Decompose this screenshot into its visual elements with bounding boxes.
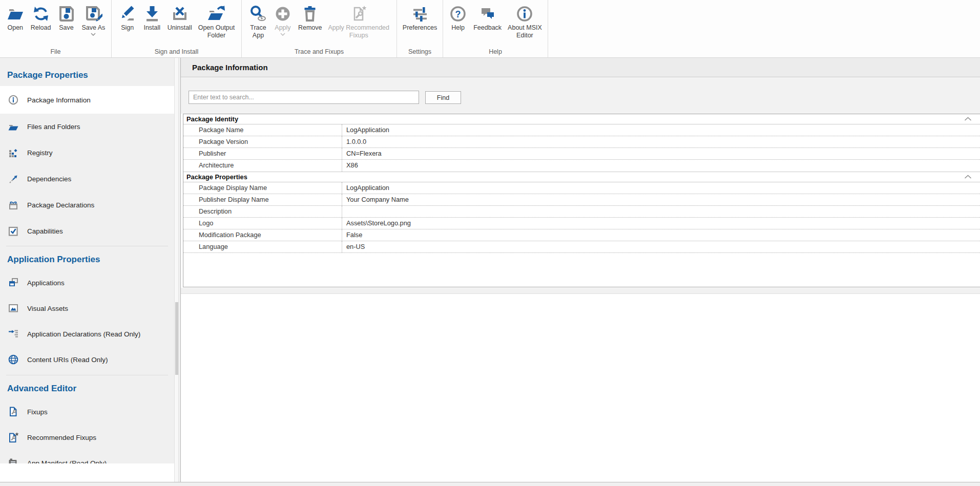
window-bottom-edge [0, 482, 980, 486]
dropdown-chevron-icon[interactable] [91, 33, 96, 36]
feedback-button[interactable]: Feedback [470, 3, 505, 33]
search-bar: Find [181, 78, 980, 114]
property-value[interactable]: CN=Flexera [342, 148, 980, 159]
property-row: Package Name LogApplication [183, 124, 980, 136]
ribbon-group-sign-install: Sign Install Uninstall Open Ou [112, 0, 242, 57]
sidebar-item-capabilities[interactable]: Capabilities [0, 218, 174, 244]
uninstall-icon [171, 5, 189, 23]
collapse-chevron-icon[interactable] [964, 117, 972, 121]
checkbox-icon [7, 225, 19, 238]
ribbon-group-trace-fixups: Trace App Apply Remove [242, 0, 397, 57]
feedback-bubbles-icon [478, 5, 497, 23]
open-output-folder-button[interactable]: Open Output Folder [195, 3, 238, 40]
sidebar-scrollbar-thumb[interactable] [175, 302, 178, 375]
sidebar-scrollbar[interactable] [174, 58, 179, 482]
sidebar-item-recommended-fixups[interactable]: Recommended Fixups [0, 425, 174, 450]
sidebar-item-package-declarations[interactable]: Package Declarations [0, 192, 174, 218]
open-folder-icon [6, 5, 25, 23]
dropdown-chevron-icon [280, 33, 285, 36]
manifest-icon [7, 457, 19, 463]
sidebar-item-label: Files and Folders [27, 123, 80, 131]
install-arrow-icon [143, 5, 161, 23]
group-header-package-identity[interactable]: Package Identity [183, 114, 980, 124]
property-row: Publisher Display Name Your Company Name [183, 194, 980, 206]
install-button[interactable]: Install [140, 3, 164, 33]
page-title: Package Information [181, 58, 980, 72]
preferences-sliders-icon [411, 5, 429, 23]
sidebar-item-label: Application Declarations (Read Only) [27, 330, 140, 338]
about-info-icon [515, 5, 534, 23]
grid-bottom-strip [181, 288, 980, 294]
ribbon-empty-space [548, 0, 980, 57]
property-row: Logo Assets\StoreLogo.png [183, 218, 980, 229]
search-input[interactable] [189, 91, 419, 104]
save-icon [57, 5, 75, 23]
property-label: Language [183, 241, 342, 252]
preferences-button[interactable]: Preferences [400, 3, 440, 33]
open-output-folder-icon [207, 5, 225, 23]
sidebar-item-application-declarations[interactable]: Application Declarations (Read Only) [0, 321, 174, 347]
property-row: Package Display Name LogApplication [183, 182, 980, 194]
sidebar-item-label: Capabilities [27, 227, 63, 235]
ribbon-group-help: ? Help Feedback About MSIX Editor Help [443, 0, 548, 57]
gift-icon [7, 199, 19, 212]
uninstall-button[interactable]: Uninstall [164, 3, 195, 33]
collapse-chevron-icon[interactable] [964, 175, 972, 179]
sidebar-item-label: App Manifest (Read Only) [27, 459, 107, 464]
property-value[interactable]: en-US [342, 241, 980, 252]
sidebar-item-dependencies[interactable]: Dependencies [0, 166, 174, 192]
apply-recommended-fixups-button: Apply Recommended Fixups [325, 3, 393, 40]
property-row: Publisher CN=Flexera [183, 148, 980, 160]
sidebar-clipped-area [0, 463, 174, 482]
sidebar-item-content-uris[interactable]: Content URIs (Read Only) [0, 347, 174, 372]
property-label: Description [183, 206, 342, 217]
property-value[interactable]: LogApplication [342, 124, 980, 136]
sidebar-item-app-manifest[interactable]: App Manifest (Read Only) [0, 450, 174, 463]
sign-button[interactable]: Sign [115, 3, 140, 33]
property-value[interactable]: Your Company Name [342, 194, 980, 205]
property-value[interactable]: False [342, 229, 980, 241]
sidebar-item-label: Package Information [27, 96, 91, 104]
group-header-package-properties[interactable]: Package Properties [183, 172, 980, 182]
property-value[interactable]: Assets\StoreLogo.png [342, 218, 980, 229]
save-as-button[interactable]: Save As [78, 3, 108, 37]
sidebar-item-applications[interactable]: Applications [0, 270, 174, 295]
property-label: Package Version [183, 136, 342, 147]
sidebar-item-fixups[interactable]: Fixups [0, 399, 174, 425]
help-button[interactable]: ? Help [446, 3, 470, 33]
trace-app-button[interactable]: Trace App [246, 3, 270, 40]
sidebar-item-files-and-folders[interactable]: Files and Folders [0, 114, 174, 140]
help-question-icon: ? [449, 5, 467, 23]
content-header: Package Information [181, 58, 980, 77]
trace-app-icon [249, 5, 267, 23]
open-button[interactable]: Open [3, 3, 28, 33]
property-label: Publisher [183, 148, 342, 159]
sidebar-section-application-properties: Application Properties [0, 246, 174, 270]
property-row: Architecture X86 [183, 160, 980, 172]
property-row: Description [183, 206, 980, 218]
property-value[interactable]: 1.0.0.0 [342, 136, 980, 147]
about-msix-editor-button[interactable]: About MSIX Editor [505, 3, 545, 40]
property-value[interactable] [342, 206, 980, 217]
property-value[interactable]: X86 [342, 160, 980, 172]
app-windows-icon [7, 277, 19, 289]
reload-icon [32, 5, 50, 23]
property-label: Package Name [183, 124, 342, 136]
svg-text:?: ? [455, 9, 461, 19]
find-button[interactable]: Find [425, 91, 461, 104]
apply-plus-icon [274, 5, 292, 23]
save-button[interactable]: Save [54, 3, 78, 33]
sidebar-item-registry[interactable]: Registry [0, 140, 174, 166]
globe-icon [7, 353, 19, 366]
property-value[interactable]: LogApplication [342, 182, 980, 194]
sidebar-item-label: Registry [27, 149, 53, 157]
reload-button[interactable]: Reload [28, 3, 54, 33]
apply-button: Apply [270, 3, 295, 37]
sidebar-item-visual-assets[interactable]: Visual Assets [0, 295, 174, 321]
property-label: Architecture [183, 160, 342, 172]
remove-button[interactable]: Remove [295, 3, 325, 33]
ribbon-group-label: Trace and Fixups [242, 48, 397, 57]
sidebar-section-package-properties: Package Properties [0, 58, 174, 86]
sidebar-item-package-information[interactable]: Package Information [0, 86, 174, 114]
property-row: Modification Package False [183, 229, 980, 241]
